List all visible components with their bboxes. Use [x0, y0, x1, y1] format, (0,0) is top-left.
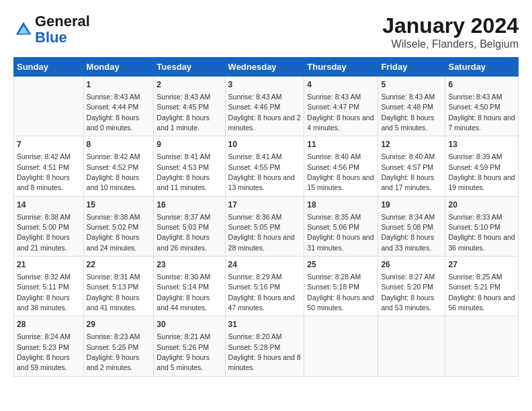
sunset-info: Sunset: 4:56 PM	[307, 163, 359, 171]
calendar-cell: 29Sunrise: 8:23 AMSunset: 5:25 PMDayligh…	[83, 316, 154, 376]
sunset-info: Sunset: 5:08 PM	[381, 223, 433, 231]
sunset-info: Sunset: 4:50 PM	[448, 103, 500, 111]
calendar-cell: 18Sunrise: 8:35 AMSunset: 5:06 PMDayligh…	[304, 196, 378, 256]
daylight-info: Daylight: 8 hours and 33 minutes.	[381, 233, 434, 251]
sunrise-info: Sunrise: 8:35 AM	[307, 213, 361, 221]
sunset-info: Sunset: 4:57 PM	[381, 163, 433, 171]
day-number: 25	[307, 259, 375, 271]
day-number: 15	[87, 199, 151, 211]
daylight-info: Daylight: 8 hours and 15 minutes.	[307, 173, 373, 191]
calendar-cell: 28Sunrise: 8:24 AMSunset: 5:23 PMDayligh…	[14, 316, 84, 376]
sunset-info: Sunset: 5:18 PM	[307, 283, 359, 291]
daylight-info: Daylight: 8 hours and 17 minutes.	[381, 173, 434, 191]
daylight-info: Daylight: 9 hours and 5 minutes.	[157, 353, 210, 371]
day-number: 27	[448, 259, 515, 271]
calendar-week-1: 1Sunrise: 8:43 AMSunset: 4:44 PMDaylight…	[14, 77, 519, 136]
sunset-info: Sunset: 4:45 PM	[157, 103, 209, 111]
daylight-info: Daylight: 8 hours and 59 minutes.	[17, 353, 70, 371]
sunrise-info: Sunrise: 8:34 AM	[381, 213, 435, 221]
sunrise-info: Sunrise: 8:33 AM	[448, 213, 502, 221]
calendar-cell	[304, 316, 378, 376]
sunset-info: Sunset: 5:16 PM	[228, 283, 281, 291]
logo: General Blue	[13, 13, 90, 46]
day-number: 30	[157, 319, 222, 330]
weekday-header-sunday: Sunday	[14, 58, 84, 77]
daylight-info: Daylight: 8 hours and 7 minutes.	[448, 113, 515, 132]
sunset-info: Sunset: 4:44 PM	[87, 103, 139, 111]
daylight-info: Daylight: 8 hours and 50 minutes.	[307, 293, 373, 312]
day-number: 16	[157, 199, 222, 211]
daylight-info: Daylight: 8 hours and 1 minute.	[157, 113, 210, 132]
day-number: 4	[307, 79, 375, 91]
sunrise-info: Sunrise: 8:24 AM	[17, 332, 71, 340]
calendar-week-2: 7Sunrise: 8:42 AMSunset: 4:51 PMDaylight…	[14, 136, 519, 196]
sunset-info: Sunset: 5:21 PM	[448, 283, 500, 291]
sunrise-info: Sunrise: 8:43 AM	[228, 93, 282, 101]
calendar-cell: 3Sunrise: 8:43 AMSunset: 4:46 PMDaylight…	[225, 77, 304, 136]
day-number: 19	[381, 199, 442, 211]
sunset-info: Sunset: 4:59 PM	[448, 163, 500, 171]
calendar-week-4: 21Sunrise: 8:32 AMSunset: 5:11 PMDayligh…	[14, 257, 519, 316]
calendar-cell: 17Sunrise: 8:36 AMSunset: 5:05 PMDayligh…	[225, 196, 304, 256]
sunrise-info: Sunrise: 8:43 AM	[87, 93, 140, 101]
sunrise-info: Sunrise: 8:21 AM	[157, 332, 210, 340]
daylight-info: Daylight: 8 hours and 53 minutes.	[381, 293, 434, 312]
weekday-header-monday: Monday	[83, 58, 154, 77]
daylight-info: Daylight: 8 hours and 21 minutes.	[17, 233, 70, 251]
day-number: 23	[157, 259, 222, 271]
daylight-info: Daylight: 8 hours and 31 minutes.	[307, 233, 373, 251]
daylight-info: Daylight: 8 hours and 44 minutes.	[157, 293, 210, 312]
day-number: 3	[228, 79, 302, 91]
title-block: January 2024 Wilsele, Flanders, Belgium	[382, 13, 519, 50]
page-title: January 2024	[382, 13, 519, 38]
calendar-cell	[378, 316, 445, 376]
daylight-info: Daylight: 8 hours and 4 minutes.	[307, 113, 373, 132]
calendar-cell: 2Sunrise: 8:43 AMSunset: 4:45 PMDaylight…	[154, 77, 225, 136]
day-number: 8	[87, 139, 151, 150]
day-number: 28	[17, 319, 81, 330]
day-number: 1	[87, 79, 151, 91]
day-number: 6	[448, 79, 515, 91]
weekday-header-friday: Friday	[378, 58, 445, 77]
day-number: 26	[381, 259, 442, 271]
calendar-cell: 26Sunrise: 8:27 AMSunset: 5:20 PMDayligh…	[378, 257, 445, 316]
day-number: 2	[157, 79, 222, 91]
sunrise-info: Sunrise: 8:42 AM	[87, 152, 140, 161]
daylight-info: Daylight: 8 hours and 8 minutes.	[17, 173, 70, 191]
daylight-info: Daylight: 8 hours and 47 minutes.	[228, 293, 295, 312]
sunrise-info: Sunrise: 8:39 AM	[448, 152, 502, 161]
weekday-header-row: SundayMondayTuesdayWednesdayThursdayFrid…	[14, 58, 519, 77]
sunset-info: Sunset: 4:52 PM	[87, 163, 139, 171]
sunset-info: Sunset: 4:47 PM	[307, 103, 359, 111]
day-number: 20	[448, 199, 515, 211]
calendar-cell: 14Sunrise: 8:38 AMSunset: 5:00 PMDayligh…	[14, 196, 84, 256]
calendar-cell	[445, 316, 519, 376]
weekday-header-saturday: Saturday	[445, 58, 519, 77]
sunset-info: Sunset: 5:10 PM	[448, 223, 500, 231]
calendar-cell: 7Sunrise: 8:42 AMSunset: 4:51 PMDaylight…	[14, 136, 84, 196]
day-number: 13	[448, 139, 515, 150]
calendar-cell: 30Sunrise: 8:21 AMSunset: 5:26 PMDayligh…	[154, 316, 225, 376]
calendar-week-3: 14Sunrise: 8:38 AMSunset: 5:00 PMDayligh…	[14, 196, 519, 256]
calendar-cell: 21Sunrise: 8:32 AMSunset: 5:11 PMDayligh…	[14, 257, 84, 316]
sunset-info: Sunset: 5:26 PM	[157, 343, 209, 351]
sunset-info: Sunset: 4:55 PM	[228, 163, 281, 171]
weekday-header-thursday: Thursday	[304, 58, 378, 77]
daylight-info: Daylight: 8 hours and 24 minutes.	[87, 233, 140, 251]
calendar-cell: 5Sunrise: 8:43 AMSunset: 4:48 PMDaylight…	[378, 77, 445, 136]
sunset-info: Sunset: 4:46 PM	[228, 103, 281, 111]
daylight-info: Daylight: 9 hours and 8 minutes.	[228, 353, 301, 371]
daylight-info: Daylight: 8 hours and 2 minutes.	[228, 113, 301, 132]
sunrise-info: Sunrise: 8:29 AM	[228, 273, 282, 281]
weekday-header-wednesday: Wednesday	[225, 58, 304, 77]
calendar-cell: 22Sunrise: 8:31 AMSunset: 5:13 PMDayligh…	[83, 257, 154, 316]
sunrise-info: Sunrise: 8:31 AM	[87, 273, 140, 281]
sunrise-info: Sunrise: 8:23 AM	[87, 332, 140, 340]
calendar-cell: 24Sunrise: 8:29 AMSunset: 5:16 PMDayligh…	[225, 257, 304, 316]
page-subtitle: Wilsele, Flanders, Belgium	[382, 38, 519, 50]
day-number: 12	[381, 139, 442, 150]
day-number: 14	[17, 199, 81, 211]
sunrise-info: Sunrise: 8:41 AM	[157, 152, 210, 161]
sunrise-info: Sunrise: 8:38 AM	[87, 213, 140, 221]
sunrise-info: Sunrise: 8:38 AM	[17, 213, 71, 221]
